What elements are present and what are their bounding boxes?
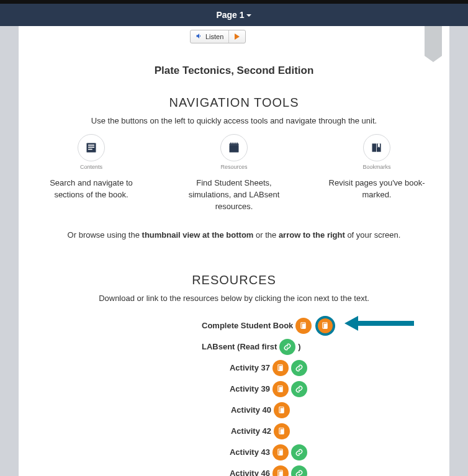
tools-row: Contents Search and navigate to sections… (31, 134, 437, 213)
resource-row-labsent: LABsent (Read first ) (202, 339, 301, 355)
tool-bookmarks: Bookmarks Revisit pages you've book-mark… (324, 134, 430, 213)
link-icon (295, 469, 304, 476)
browse-instruction: Or browse using the thumbnail view at th… (31, 230, 437, 240)
svg-rect-23 (281, 429, 284, 434)
doc-download-button[interactable] (272, 381, 289, 397)
link-icon (283, 343, 292, 351)
arrow-callout (344, 316, 414, 331)
bookmarks-icon (371, 141, 383, 154)
tool-resources: Resources Find Student Sheets, simulatio… (181, 134, 287, 213)
link-button[interactable] (291, 381, 307, 397)
link-icon (295, 385, 304, 393)
link-button[interactable] (291, 444, 307, 460)
svg-rect-19 (279, 387, 283, 392)
book-title: Plate Tectonics, Second Edition (31, 65, 437, 77)
resource-label: Activity 42 (231, 426, 271, 436)
resource-row-activity-37: Activity 37 (202, 360, 307, 376)
listen-label: Listen (205, 33, 223, 40)
document-icon (277, 427, 286, 436)
svg-rect-6 (230, 143, 232, 145)
resource-row-activity-42: Activity 42 (202, 423, 290, 439)
arrow-head-icon (344, 316, 358, 331)
svg-rect-17 (279, 366, 283, 370)
tool-contents: Contents Search and navigate to sections… (38, 134, 144, 213)
browse-prefix: Or browse using the (68, 230, 142, 240)
doc-download-button[interactable] (295, 318, 312, 334)
document-icon (276, 385, 285, 393)
bookmark-ribbon[interactable] (425, 26, 442, 56)
nav-tools-subtext: Use the buttons on the left to quickly a… (31, 116, 437, 125)
link-button[interactable] (279, 339, 295, 355)
doc-download-button[interactable] (274, 423, 290, 439)
svg-rect-1 (88, 145, 94, 146)
svg-rect-10 (372, 143, 377, 151)
doc-download-button[interactable] (272, 465, 289, 476)
browse-mid: or the (253, 230, 278, 240)
page-selector[interactable]: Page 1 (216, 10, 251, 20)
svg-rect-8 (235, 143, 236, 145)
svg-rect-7 (233, 143, 234, 145)
speaker-icon (196, 32, 203, 41)
page-label: Page 1 (216, 10, 244, 20)
link-button[interactable] (291, 360, 307, 376)
bookmarks-desc: Revisit pages you've book-marked. (324, 177, 430, 201)
chevron-down-icon (246, 12, 252, 19)
svg-rect-13 (302, 323, 306, 328)
doc-download-button-highlighted[interactable] (318, 318, 333, 333)
arrow-shaft (358, 321, 414, 326)
svg-rect-27 (279, 471, 283, 476)
bookmarks-label: Bookmarks (362, 164, 390, 170)
document-icon (276, 469, 285, 476)
browse-suffix: of your screen. (345, 230, 401, 240)
resources-heading: RESOURCES (31, 273, 437, 287)
document-icon (277, 406, 286, 415)
document-icon (276, 364, 285, 372)
play-button[interactable] (229, 30, 245, 43)
svg-rect-15 (324, 323, 328, 328)
resources-list: Complete Student Book LABsent (Read firs… (202, 318, 437, 476)
resources-label: Resources (220, 164, 247, 170)
resource-row-complete-student-book: Complete Student Book (202, 318, 333, 334)
resource-label: Activity 43 (230, 447, 270, 457)
resource-row-activity-46: Activity 46 (202, 465, 307, 476)
resources-subtext: Download or link to the resources below … (31, 294, 437, 303)
svg-rect-21 (281, 408, 284, 413)
resource-label: Activity 46 (230, 469, 270, 476)
resource-label: Activity 37 (230, 363, 270, 372)
doc-download-button[interactable] (272, 444, 289, 460)
listen-widget[interactable]: Listen (190, 30, 246, 43)
browse-bold1: thumbnail view at the bottom (142, 230, 254, 240)
navbar: Page 1 (0, 4, 468, 26)
page-wrap: Listen Plate Tectonics, Second Edition N… (0, 26, 468, 476)
resource-row-activity-39: Activity 39 (202, 381, 307, 397)
resources-desc: Find Student Sheets, simulations, and LA… (181, 177, 287, 213)
link-button[interactable] (291, 465, 307, 476)
svg-rect-25 (279, 450, 283, 455)
svg-rect-9 (236, 143, 238, 145)
link-icon (295, 448, 304, 457)
resource-label: LABsent (Read first (202, 342, 277, 351)
contents-icon (85, 141, 97, 154)
browse-bold2: arrow to the right (279, 230, 345, 240)
resource-row-activity-43: Activity 43 (202, 444, 307, 460)
svg-rect-4 (230, 145, 239, 153)
contents-button[interactable] (78, 134, 105, 161)
contents-label: Contents (80, 164, 102, 170)
link-icon (295, 364, 304, 372)
resource-label: Activity 39 (230, 384, 270, 393)
contents-desc: Search and navigate to sections of the b… (38, 177, 144, 201)
page: Listen Plate Tectonics, Second Edition N… (19, 26, 449, 476)
resource-label: Activity 40 (231, 405, 271, 415)
resources-icon (228, 141, 240, 154)
nav-tools-heading: NAVIGATION TOOLS (31, 96, 437, 110)
resource-label: Complete Student Book (202, 321, 293, 330)
doc-download-button[interactable] (272, 360, 289, 376)
bookmarks-button[interactable] (363, 134, 390, 161)
document-icon (276, 448, 285, 457)
resources-button[interactable] (220, 134, 248, 161)
document-icon (321, 321, 330, 330)
svg-rect-3 (88, 149, 92, 150)
svg-rect-2 (88, 146, 94, 148)
doc-download-button[interactable] (274, 402, 290, 418)
document-icon (299, 321, 308, 330)
